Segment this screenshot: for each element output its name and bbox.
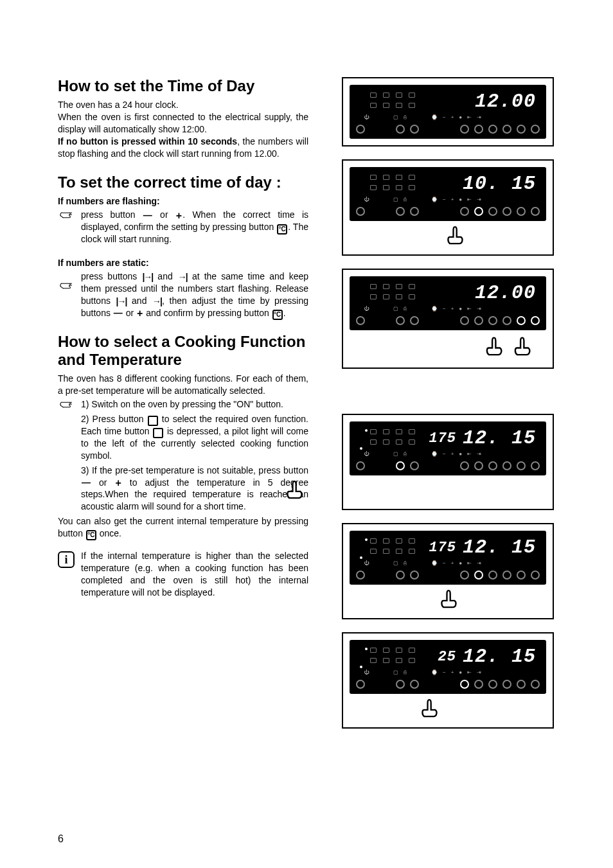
- hand-press-icon: [427, 583, 465, 612]
- minus-icon: [114, 308, 123, 319]
- plus-icon: [115, 478, 121, 488]
- sub-flashing: If numbers are flashing:: [58, 195, 308, 208]
- temp-display: 25: [418, 649, 456, 665]
- heading-cooking-function: How to select a Cooking Function and Tem…: [58, 333, 308, 369]
- info-note: i If the internal temperature is higher …: [58, 550, 308, 599]
- time-display: 12. 15: [456, 427, 540, 449]
- figure-panel-5: 175 12. 15 ⏻▢⎙⌚−+●⇤⇥: [342, 523, 554, 619]
- skip-start-icon: [116, 296, 127, 306]
- plus-icon: [137, 308, 143, 319]
- temp-c-icon: °C: [272, 310, 283, 320]
- text: When the oven is first connected to the …: [58, 111, 308, 136]
- figure-panel-4: 175 12. 15 ⏻▢⎙⌚−+●⇤⇥: [342, 414, 554, 510]
- section-set-time-of-day: How to set the Time of Day The oven has …: [58, 77, 308, 159]
- text: The oven has 8 different cooking functio…: [58, 373, 308, 397]
- figure-panel-6: 25 12. 15 ⏻▢⎙⌚−+●⇤⇥: [342, 632, 554, 729]
- time-display: 12.00: [456, 282, 540, 304]
- skip-end-icon: [152, 296, 161, 306]
- step: press button or . When the correct time …: [58, 209, 308, 245]
- hand-pointer-icon: [58, 400, 75, 411]
- page-number: 6: [58, 833, 64, 845]
- skip-end-icon: [178, 272, 187, 282]
- step: 1) Switch on the oven by pressing the "O…: [58, 398, 308, 513]
- heading-set-correct-time: To set the correct time of day :: [58, 173, 308, 191]
- hand-press-icon: [272, 474, 311, 502]
- time-display: 12. 15: [456, 536, 540, 558]
- time-display: 12.00: [456, 91, 540, 112]
- section-select-function: How to select a Cooking Function and Tem…: [58, 333, 308, 598]
- heading-set-time: How to set the Time of Day: [58, 77, 308, 95]
- section-set-correct-time: To set the correct time of day : If numb…: [58, 173, 308, 319]
- hand-press-icon: [433, 220, 472, 248]
- hand-pointer-icon: [58, 281, 75, 292]
- figure-panel-3: 12.00 ⏻▢⎙⌚−+●⇤⇥: [342, 269, 554, 369]
- text: You can also get the current internal te…: [58, 515, 308, 540]
- hand-press-icon: [407, 693, 446, 721]
- figure-panel-2: 10. 15 ⏻▢⎙⌚−+●⇤⇥: [342, 159, 554, 256]
- text: If no button is pressed within 10 second…: [58, 136, 308, 160]
- plus-icon: [176, 211, 182, 221]
- function-button-icon: [148, 416, 158, 426]
- text: The oven has a 24 hour clock.: [58, 99, 308, 111]
- hand-press-icon: [477, 330, 506, 361]
- time-display: 12. 15: [456, 646, 540, 668]
- temp-display: 175: [418, 540, 456, 556]
- minus-icon: [143, 211, 152, 221]
- time-display: 10. 15: [456, 173, 540, 195]
- function-button-icon: [153, 428, 163, 438]
- step: press buttons and at the same time and k…: [58, 270, 308, 319]
- sub-static: If numbers are static:: [58, 257, 308, 269]
- hand-press-icon: [506, 330, 534, 361]
- info-icon: i: [58, 551, 75, 568]
- skip-start-icon: [142, 272, 152, 282]
- figure-panel-1: 12.00 ⏻▢⎙⌚−+●⇤⇥: [342, 77, 554, 146]
- minus-icon: [82, 478, 91, 488]
- hand-pointer-icon: [58, 210, 75, 222]
- temp-c-icon: °C: [86, 530, 96, 540]
- temp-c-icon: °C: [277, 224, 287, 235]
- temp-display: 175: [418, 430, 456, 447]
